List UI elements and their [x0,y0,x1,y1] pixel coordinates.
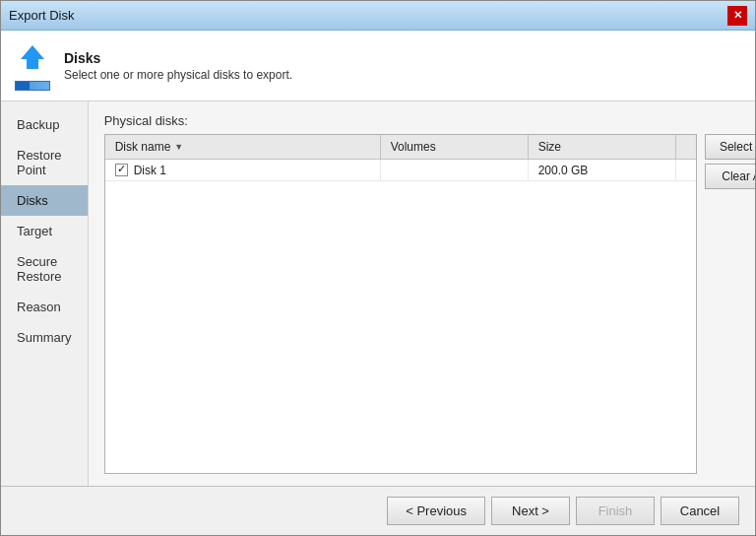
table-body: Disk 1 200.0 GB [105,160,696,473]
clear-all-button[interactable]: Clear All [705,164,755,189]
sort-arrow-icon: ▼ [174,142,183,152]
svg-marker-0 [21,45,44,69]
table-row: Disk 1 200.0 GB [105,160,696,181]
sidebar-item-summary[interactable]: Summary [1,322,88,353]
disk-bar-icon [15,81,50,91]
col-disk-name[interactable]: Disk name ▼ [105,135,381,159]
header-section: Disks Select one or more physical disks … [1,31,755,101]
disk-name-text: Disk 1 [134,164,166,177]
col-size: Size [529,135,676,159]
close-button[interactable]: ✕ [727,6,747,26]
cell-volumes [381,160,529,180]
side-buttons: Select All Clear All [705,134,755,189]
sidebar-item-disks[interactable]: Disks [1,185,88,216]
arrow-up-icon [15,41,50,77]
footer: < Previous Next > Finish Cancel [1,486,755,535]
size-text: 200.0 GB [538,164,589,177]
sidebar-item-restore-point[interactable]: Restore Point [1,140,88,185]
cell-size: 200.0 GB [529,160,676,180]
cancel-button[interactable]: Cancel [661,497,739,525]
col-disk-name-label: Disk name [115,140,171,154]
cell-disk-name: Disk 1 [105,160,381,180]
finish-button[interactable]: Finish [576,497,655,525]
sidebar-item-reason[interactable]: Reason [1,292,88,322]
export-icon-svg [15,41,50,77]
disk-checkbox[interactable] [115,164,128,176]
sidebar-item-secure-restore[interactable]: Secure Restore [1,246,88,292]
disk-table: Disk name ▼ Volumes Size [104,134,697,474]
table-header: Disk name ▼ Volumes Size [105,135,696,160]
section-label: Physical disks: [104,113,755,128]
previous-button[interactable]: < Previous [387,497,485,525]
sidebar: Backup Restore Point Disks Target Secure… [1,101,89,486]
sidebar-item-backup[interactable]: Backup [1,109,88,140]
header-title: Disks [64,50,292,66]
header-icon-container [15,41,50,91]
cell-extra [676,160,696,180]
main-content: Physical disks: Disk name ▼ Volumes Size [89,101,755,486]
content-area: Backup Restore Point Disks Target Secure… [1,101,755,486]
header-text: Disks Select one or more physical disks … [64,50,292,82]
header-description: Select one or more physical disks to exp… [64,68,292,82]
col-extra [676,135,696,159]
window-title: Export Disk [9,8,74,23]
select-all-button[interactable]: Select All [705,134,755,160]
export-disk-window: Export Disk ✕ Disks Select one or more p… [0,0,756,536]
col-size-label: Size [538,140,561,154]
col-volumes-label: Volumes [391,140,436,154]
sidebar-item-target[interactable]: Target [1,216,88,246]
col-volumes: Volumes [381,135,529,159]
table-with-buttons: Disk name ▼ Volumes Size [104,134,755,474]
next-button[interactable]: Next > [491,497,570,525]
title-bar: Export Disk ✕ [1,1,755,31]
disk-bar-stripe [16,82,30,90]
